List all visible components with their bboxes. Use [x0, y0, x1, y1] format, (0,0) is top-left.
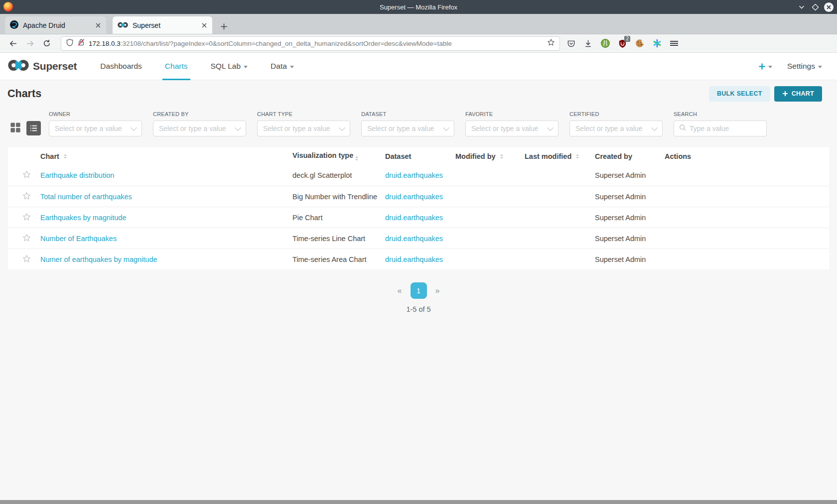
chevron-down-icon: [651, 125, 658, 131]
nav-item-data[interactable]: Data: [259, 53, 305, 80]
menu-hamburger-icon[interactable]: [670, 40, 678, 47]
insecure-lock-icon[interactable]: [77, 38, 85, 48]
reload-icon[interactable]: [40, 36, 54, 50]
chevron-down-icon: [131, 125, 137, 131]
dataset-select[interactable]: Select or type a value: [361, 121, 454, 136]
bulk-select-button[interactable]: BULK SELECT: [709, 86, 770, 102]
favorite-select[interactable]: Select or type a value: [465, 121, 558, 136]
tab-superset[interactable]: Superset: [113, 16, 212, 34]
settings-menu[interactable]: Settings: [787, 62, 822, 71]
chevron-down-icon: [443, 125, 449, 131]
new-item-menu[interactable]: [758, 63, 772, 70]
chart-link[interactable]: Total number of earthquakes: [40, 193, 132, 201]
dataset-link[interactable]: druid.earthquakes: [385, 214, 443, 222]
firefox-logo-icon: [3, 2, 13, 11]
new-chart-button[interactable]: CHART: [774, 86, 822, 102]
cookie-icon[interactable]: [635, 39, 644, 48]
downloads-icon[interactable]: [584, 39, 592, 48]
table-row: Total number of earthquakes Big Number w…: [8, 186, 829, 207]
container-asterisk-icon[interactable]: [653, 39, 662, 48]
shield-icon[interactable]: [66, 38, 74, 48]
tab-apache-druid[interactable]: Apache Druid: [5, 16, 106, 34]
column-header-dataset: Dataset: [385, 152, 455, 160]
browser-toolbar: 172.18.0.3:32108/chart/list/?pageIndex=0…: [0, 34, 837, 53]
window-controls: [797, 0, 834, 14]
nav-item-dashboards[interactable]: Dashboards: [89, 53, 153, 80]
table-row: Earthquake distribution deck.gl Scatterp…: [8, 165, 829, 186]
favorite-star-icon[interactable]: [22, 234, 31, 244]
card-view-icon[interactable]: [10, 122, 21, 135]
favorite-star-icon[interactable]: [22, 192, 31, 202]
nav-item-charts[interactable]: Charts: [153, 53, 199, 80]
filter-bar: OWNER Select or type a value CREATED BY …: [0, 107, 837, 143]
pocket-icon[interactable]: [567, 39, 575, 48]
favorite-star-icon[interactable]: [22, 254, 31, 264]
created-by-cell: Superset Admin: [595, 255, 665, 263]
url-text[interactable]: 172.18.0.3:32108/chart/list/?pageIndex=0…: [89, 40, 544, 47]
window-titlebar: Superset — Mozilla Firefox: [0, 0, 837, 14]
dataset-link[interactable]: druid.earthquakes: [385, 171, 443, 179]
nav-item-sql-lab[interactable]: SQL Lab: [199, 53, 260, 80]
tab-close-icon[interactable]: [95, 22, 101, 28]
row-count-summary: 1-5 of 5: [0, 305, 837, 313]
created-by-select[interactable]: Select or type a value: [153, 121, 246, 136]
dataset-link[interactable]: druid.earthquakes: [385, 193, 443, 201]
browser-tabbar: Apache Druid Superset: [0, 14, 837, 34]
privacy-badger-icon[interactable]: [601, 39, 610, 48]
page-1-button[interactable]: 1: [411, 282, 427, 299]
bookmark-star-icon[interactable]: [547, 38, 555, 48]
chart-link[interactable]: Earthquakes by magnitude: [40, 214, 127, 222]
filter-chart-type: CHART TYPE Select or type a value: [257, 111, 350, 136]
chart-link[interactable]: Number of Earthquakes: [40, 235, 117, 243]
superset-logo-icon: [8, 59, 29, 73]
page-title: Charts: [7, 88, 41, 100]
column-header-modified-by[interactable]: Modified by: [455, 152, 525, 160]
pagination: « 1 »: [0, 282, 837, 299]
new-tab-button[interactable]: [220, 23, 228, 30]
list-view-icon[interactable]: [26, 121, 41, 135]
owner-select[interactable]: Select or type a value: [49, 121, 142, 136]
column-header-viz-type[interactable]: Visualization type: [292, 151, 385, 161]
chart-link[interactable]: Numer of earthquakes by magnitude: [40, 255, 157, 263]
bottom-edge-strip: [0, 500, 837, 504]
favorite-star-icon[interactable]: [22, 170, 31, 180]
column-header-chart[interactable]: Chart: [40, 152, 292, 160]
favorite-star-icon[interactable]: [22, 213, 31, 223]
forward-icon[interactable]: [23, 36, 37, 50]
url-host: 172.18.0.3: [89, 40, 121, 47]
viz-type-cell: Time-series Line Chart: [292, 235, 385, 243]
sort-icon[interactable]: [355, 156, 358, 161]
tab-title: Superset: [133, 21, 197, 29]
chart-link[interactable]: Earthquake distribution: [40, 171, 114, 179]
column-header-last-modified[interactable]: Last modified: [525, 152, 595, 160]
back-icon[interactable]: [6, 36, 20, 50]
sort-icon[interactable]: [500, 154, 503, 159]
filter-created-by: CREATED BY Select or type a value: [153, 111, 246, 136]
search-input[interactable]: [690, 125, 761, 132]
window-close-icon[interactable]: [824, 2, 834, 12]
chevron-down-icon: [768, 66, 772, 68]
sort-icon[interactable]: [64, 154, 67, 159]
certified-select[interactable]: Select or type a value: [569, 121, 663, 136]
tab-close-icon[interactable]: [201, 22, 207, 28]
druid-favicon-icon: [10, 20, 18, 30]
superset-brand[interactable]: Superset: [8, 59, 77, 73]
page-header: Charts BULK SELECT CHART: [0, 80, 837, 107]
plus-icon: [758, 63, 766, 70]
filter-certified: CERTIFIED Select or type a value: [569, 111, 663, 136]
window-minimize-icon[interactable]: [797, 2, 806, 11]
created-by-cell: Superset Admin: [595, 193, 665, 201]
window-maximize-icon[interactable]: [811, 2, 820, 11]
dataset-link[interactable]: druid.earthquakes: [385, 235, 443, 243]
filter-search: SEARCH: [674, 111, 767, 136]
chart-type-select[interactable]: Select or type a value: [257, 121, 350, 136]
url-bar[interactable]: 172.18.0.3:32108/chart/list/?pageIndex=0…: [61, 36, 560, 51]
dataset-link[interactable]: druid.earthquakes: [385, 255, 443, 263]
chevron-down-icon: [818, 66, 822, 68]
ublock-icon[interactable]: 2: [618, 39, 627, 48]
sort-icon[interactable]: [576, 154, 579, 159]
prev-page-button[interactable]: «: [396, 286, 404, 295]
ublock-badge: 2: [624, 36, 630, 42]
next-page-button[interactable]: »: [433, 286, 442, 295]
chevron-down-icon: [244, 66, 248, 68]
